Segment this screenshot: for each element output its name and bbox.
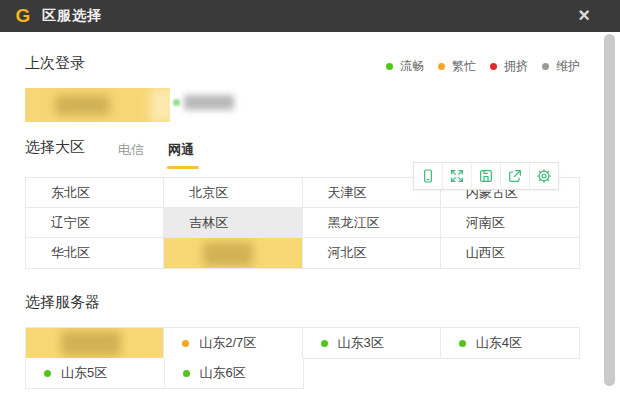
network-tabs: 电信 网通 xyxy=(118,141,194,165)
status-legend: 流畅 繁忙 拥挤 维护 xyxy=(386,58,580,75)
redacted-text-blur xyxy=(203,242,253,266)
region-cell-selected-redacted[interactable] xyxy=(164,238,302,268)
share-icon[interactable] xyxy=(501,163,530,189)
region-cell-hovered[interactable]: 吉林区 xyxy=(164,208,302,238)
server-label: 山东5区 xyxy=(61,364,107,382)
region-cell[interactable]: 辽宁区 xyxy=(26,208,164,238)
server-label: 山东3区 xyxy=(338,334,384,352)
busy-status-dot xyxy=(182,340,189,347)
legend-label: 维护 xyxy=(556,58,580,75)
overlay-toolbar xyxy=(413,162,559,190)
region-cell[interactable]: 黑龙江区 xyxy=(303,208,441,238)
mobile-icon[interactable] xyxy=(414,163,443,189)
app-logo-icon: G xyxy=(12,0,34,32)
legend-item-crowded: 拥挤 xyxy=(490,58,528,75)
legend-item-maintenance: 维护 xyxy=(542,58,580,75)
server-table-row2: 山东5区 山东6区 xyxy=(25,358,304,389)
server-item-selected-redacted[interactable] xyxy=(26,328,164,358)
legend-item-smooth: 流畅 xyxy=(386,58,424,75)
legend-label: 流畅 xyxy=(400,58,424,75)
region-cell[interactable]: 东北区 xyxy=(26,178,164,208)
smooth-status-dot xyxy=(459,340,466,347)
region-cell[interactable]: 山西区 xyxy=(441,238,579,268)
crowded-status-dot xyxy=(490,63,497,70)
server-select-dialog: G 区服选择 × 上次登录 流畅 繁忙 拥挤 维护 选择大区 电信 网通 xyxy=(0,0,620,405)
smooth-status-dot xyxy=(44,370,51,377)
scrollbar-track xyxy=(603,32,620,405)
legend-label: 繁忙 xyxy=(452,58,476,75)
region-cell[interactable]: 河南区 xyxy=(441,208,579,238)
settings-icon[interactable] xyxy=(530,163,558,189)
select-server-heading: 选择服务器 xyxy=(25,293,100,312)
scrollbar-thumb[interactable] xyxy=(604,34,615,386)
fullscreen-icon[interactable] xyxy=(443,163,472,189)
region-cell[interactable]: 河北区 xyxy=(303,238,441,268)
titlebar: G 区服选择 × xyxy=(0,0,620,32)
tab-wangtong[interactable]: 网通 xyxy=(168,141,194,165)
server-item[interactable]: 山东4区 xyxy=(441,328,579,358)
last-login-heading: 上次登录 xyxy=(25,54,85,73)
server-item[interactable]: 山东6区 xyxy=(165,358,304,388)
region-table: 东北区 北京区 天津区 内蒙古区 辽宁区 吉林区 黑龙江区 河南区 华北区 河北… xyxy=(25,177,580,269)
server-label: 山东6区 xyxy=(200,364,246,382)
redacted-text-blur xyxy=(61,331,121,356)
server-item[interactable]: 山东5区 xyxy=(26,358,165,388)
legend-item-busy: 繁忙 xyxy=(438,58,476,75)
last-login-meta-redacted xyxy=(184,95,234,110)
smooth-status-dot xyxy=(183,370,190,377)
last-login-status-dot xyxy=(173,99,180,106)
select-region-heading: 选择大区 xyxy=(25,138,85,157)
tab-dianxin[interactable]: 电信 xyxy=(118,141,144,165)
redacted-highlight-blur xyxy=(150,88,170,122)
region-cell[interactable]: 华北区 xyxy=(26,238,164,268)
region-cell[interactable]: 北京区 xyxy=(164,178,302,208)
close-icon[interactable]: × xyxy=(572,0,596,32)
redacted-text-blur xyxy=(55,95,110,115)
dialog-title: 区服选择 xyxy=(42,7,102,25)
last-login-server-button-redacted[interactable] xyxy=(25,88,170,122)
smooth-status-dot xyxy=(321,340,328,347)
maintenance-status-dot xyxy=(542,63,549,70)
server-table-row1: 山东2/7区 山东3区 山东4区 xyxy=(25,327,580,359)
server-label: 山东4区 xyxy=(476,334,522,352)
legend-label: 拥挤 xyxy=(504,58,528,75)
save-icon[interactable] xyxy=(472,163,501,189)
server-label: 山东2/7区 xyxy=(199,334,256,352)
busy-status-dot xyxy=(438,63,445,70)
smooth-status-dot xyxy=(386,63,393,70)
server-item[interactable]: 山东3区 xyxy=(303,328,441,358)
server-item[interactable]: 山东2/7区 xyxy=(164,328,302,358)
